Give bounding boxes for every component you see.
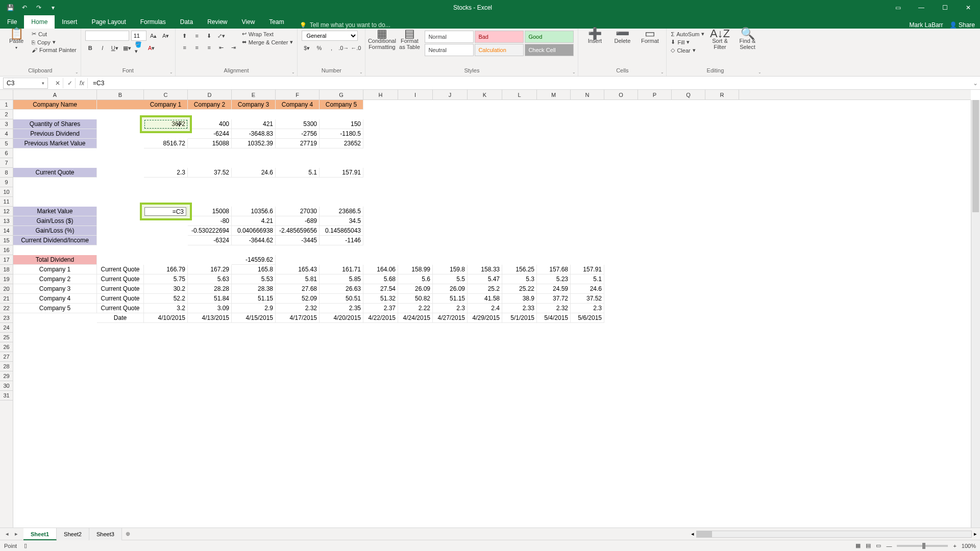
row-header-6[interactable]: 6 [0,148,13,158]
col-header-B[interactable]: B [97,90,144,99]
horizontal-scrollbar[interactable]: ◂ ▸ [134,531,980,538]
col-header-E[interactable]: E [232,90,276,99]
row-header-3[interactable]: 3 [0,119,13,129]
cell-I21[interactable]: 50.82 [398,294,433,304]
close-icon[interactable]: ✕ [957,0,980,15]
cell-G18[interactable]: 161.71 [320,265,363,274]
cell-L19[interactable]: 5.3 [502,274,537,284]
col-header-D[interactable]: D [188,90,232,99]
ribbon-options-icon[interactable]: ▭ [886,0,910,15]
cell-F18[interactable]: 165.43 [276,265,320,274]
tab-insert[interactable]: Insert [55,15,84,29]
cell-J22[interactable]: 2.3 [433,304,468,313]
align-left-icon[interactable]: ≡ [180,42,190,53]
row-header-25[interactable]: 25 [0,333,13,342]
macro-record-icon[interactable]: ▯ [24,542,27,549]
style-good[interactable]: Good [525,31,574,43]
cell-D3[interactable]: 400 [188,119,232,129]
formula-input[interactable] [90,78,971,89]
cell-C5[interactable]: 8516.72 [144,139,188,148]
sort-filter-button[interactable]: A↓ZSort & Filter [707,31,732,50]
tab-view[interactable]: View [235,15,262,29]
cell-G14[interactable]: 0.145865043 [320,226,363,236]
cell-A20[interactable]: Company 3 [13,284,97,294]
cell-A4[interactable]: Previous Dividend [13,129,97,139]
col-header-M[interactable]: M [537,90,571,99]
italic-button[interactable]: I [97,43,108,53]
cell-D1[interactable]: Company 2 [188,100,232,110]
cell-F22[interactable]: 2.32 [276,304,320,313]
number-format-select[interactable]: General [302,31,358,41]
row-header-17[interactable]: 17 [0,255,13,265]
cell-N22[interactable]: 2.3 [571,304,604,313]
vertical-scrollbar[interactable] [971,100,980,528]
cell-A17[interactable]: Total Dividend [13,255,97,265]
cancel-formula-icon[interactable]: ✕ [52,78,63,88]
tab-review[interactable]: Review [200,15,234,29]
user-name[interactable]: Mark LaBarr [910,21,943,29]
row-header-19[interactable]: 19 [0,274,13,284]
select-all-corner[interactable] [0,90,13,100]
cell-K18[interactable]: 158.33 [468,265,502,274]
cell-A5[interactable]: Previous Market Value [13,139,97,148]
font-size-input[interactable] [131,31,146,41]
font-color-button[interactable]: A▾ [146,43,157,53]
cell-A21[interactable]: Company 4 [13,294,97,304]
cell-M19[interactable]: 5.23 [537,274,571,284]
new-sheet-button[interactable]: ⊕ [122,531,134,537]
undo-icon[interactable]: ↶ [18,2,31,14]
cell-I20[interactable]: 26.09 [398,284,433,294]
cell-M20[interactable]: 24.59 [537,284,571,294]
cell-B18[interactable]: Current Quote [97,265,144,274]
cut-button[interactable]: ✂Cut [32,31,77,37]
row-header-14[interactable]: 14 [0,226,13,236]
clear-button[interactable]: ◇Clear ▾ [671,47,704,54]
fx-icon[interactable]: fx [77,78,88,88]
row-header-20[interactable]: 20 [0,284,13,294]
cell-L22[interactable]: 2.33 [502,304,537,313]
cell-N20[interactable]: 24.6 [571,284,604,294]
cell-F20[interactable]: 27.68 [276,284,320,294]
row-header-1[interactable]: 1 [0,100,13,110]
increase-font-icon[interactable]: A▴ [149,31,159,41]
cell-J20[interactable]: 26.09 [433,284,468,294]
merge-center-button[interactable]: ⬌Merge & Center ▾ [242,39,293,45]
col-header-N[interactable]: N [571,90,604,99]
format-cells-button[interactable]: ▭Format [638,31,662,44]
cell-F13[interactable]: -689 [276,216,320,226]
tab-page-layout[interactable]: Page Layout [84,15,133,29]
expand-formula-bar-icon[interactable]: ⌄ [971,80,980,87]
sheet-nav[interactable]: ◂▸ [0,531,23,537]
row-header-8[interactable]: 8 [0,168,13,178]
row-header-15[interactable]: 15 [0,236,13,245]
cell-L21[interactable]: 38.9 [502,294,537,304]
cell-J21[interactable]: 51.15 [433,294,468,304]
cell-F8[interactable]: 5.1 [276,168,320,178]
cell-F15[interactable]: -3445 [276,236,320,245]
enter-formula-icon[interactable]: ✓ [64,78,76,88]
qat-dropdown-icon[interactable]: ▾ [47,2,59,14]
cell-D8[interactable]: 37.52 [188,168,232,178]
col-header-J[interactable]: J [433,90,468,99]
cell-B23[interactable]: Date [97,313,144,323]
cell-L18[interactable]: 156.25 [502,265,537,274]
cell-K19[interactable]: 5.47 [468,274,502,284]
cell-B22[interactable]: Current Quote [97,304,144,313]
share-button[interactable]: 👤 Share [949,21,975,29]
cell-C18[interactable]: 166.79 [144,265,188,274]
row-headers[interactable]: 1234567891011121314151617181920212223242… [0,100,13,528]
cell-E3[interactable]: 421 [232,119,276,129]
cell-E21[interactable]: 51.15 [232,294,276,304]
find-select-button[interactable]: 🔍Find & Select [735,31,760,50]
decrease-decimal-icon[interactable]: ←.0 [351,43,361,53]
style-calculation[interactable]: Calculation [475,44,524,56]
cell-E12[interactable]: 10356.6 [232,207,276,216]
format-painter-button[interactable]: 🖌Format Painter [32,47,77,53]
row-header-12[interactable]: 12 [0,207,13,216]
cell-G23[interactable]: 4/20/2015 [320,313,363,323]
cell-N18[interactable]: 157.91 [571,265,604,274]
cell-G20[interactable]: 26.63 [320,284,363,294]
cell-K20[interactable]: 25.2 [468,284,502,294]
editing-cell-C12[interactable]: =C3 [144,207,186,216]
cell-D14[interactable]: -0.530222694 [188,226,232,236]
